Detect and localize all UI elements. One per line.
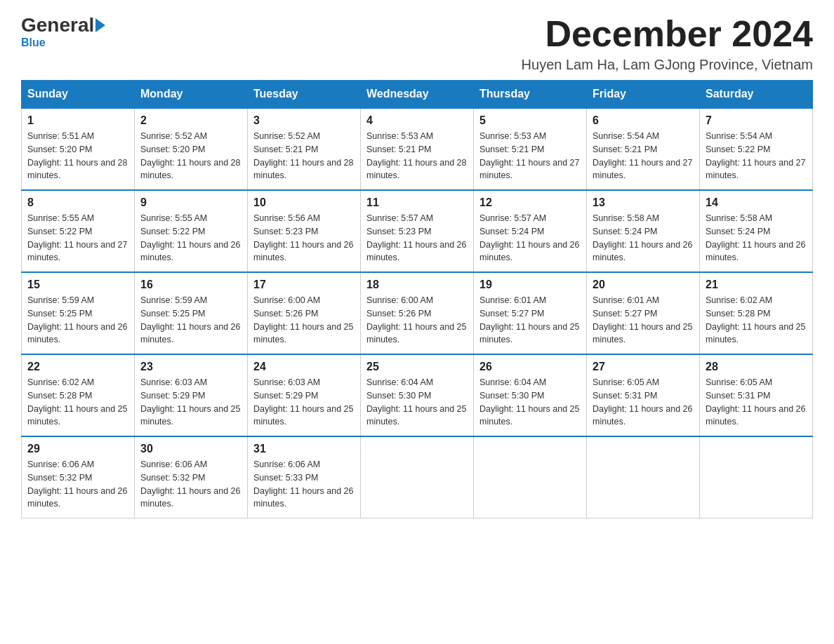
day-number: 17 xyxy=(253,279,355,291)
day-info: Sunrise: 5:52 AMSunset: 5:20 PMDaylight:… xyxy=(140,130,241,182)
day-info: Sunrise: 5:57 AMSunset: 5:23 PMDaylight:… xyxy=(366,212,468,264)
col-friday: Friday xyxy=(587,81,700,109)
day-number: 5 xyxy=(479,114,581,127)
day-number: 14 xyxy=(706,196,807,209)
table-row: 18Sunrise: 6:00 AMSunset: 5:26 PMDayligh… xyxy=(361,272,474,354)
day-number: 2 xyxy=(140,114,241,127)
day-number: 10 xyxy=(253,196,355,209)
table-row: 24Sunrise: 6:03 AMSunset: 5:29 PMDayligh… xyxy=(248,354,361,436)
day-info: Sunrise: 5:54 AMSunset: 5:22 PMDaylight:… xyxy=(706,130,807,182)
day-info: Sunrise: 6:03 AMSunset: 5:29 PMDaylight:… xyxy=(140,376,241,429)
logo: General Blue xyxy=(21,14,107,49)
day-info: Sunrise: 6:05 AMSunset: 5:31 PMDaylight:… xyxy=(593,376,694,429)
day-info: Sunrise: 5:55 AMSunset: 5:22 PMDaylight:… xyxy=(27,212,128,264)
table-row: 7Sunrise: 5:54 AMSunset: 5:22 PMDaylight… xyxy=(700,108,813,190)
table-row: 20Sunrise: 6:01 AMSunset: 5:27 PMDayligh… xyxy=(587,272,700,354)
day-info: Sunrise: 6:01 AMSunset: 5:27 PMDaylight:… xyxy=(593,294,694,347)
month-title: December 2024 xyxy=(522,14,813,54)
calendar-week-row: 8Sunrise: 5:55 AMSunset: 5:22 PMDaylight… xyxy=(22,190,813,272)
table-row: 28Sunrise: 6:05 AMSunset: 5:31 PMDayligh… xyxy=(700,354,813,436)
table-row xyxy=(700,436,813,518)
calendar-table: Sunday Monday Tuesday Wednesday Thursday… xyxy=(21,80,813,518)
table-row: 23Sunrise: 6:03 AMSunset: 5:29 PMDayligh… xyxy=(135,354,248,436)
day-info: Sunrise: 5:53 AMSunset: 5:21 PMDaylight:… xyxy=(479,130,581,182)
table-row: 22Sunrise: 6:02 AMSunset: 5:28 PMDayligh… xyxy=(22,354,135,436)
table-row: 6Sunrise: 5:54 AMSunset: 5:21 PMDaylight… xyxy=(587,108,700,190)
day-info: Sunrise: 6:02 AMSunset: 5:28 PMDaylight:… xyxy=(706,294,807,347)
calendar-week-row: 15Sunrise: 5:59 AMSunset: 5:25 PMDayligh… xyxy=(22,272,813,354)
day-info: Sunrise: 6:05 AMSunset: 5:31 PMDaylight:… xyxy=(706,376,807,429)
calendar-week-row: 22Sunrise: 6:02 AMSunset: 5:28 PMDayligh… xyxy=(22,354,813,436)
col-tuesday: Tuesday xyxy=(248,81,361,109)
logo-general-text: General xyxy=(21,14,94,36)
day-number: 3 xyxy=(253,114,355,127)
table-row: 2Sunrise: 5:52 AMSunset: 5:20 PMDaylight… xyxy=(135,108,248,190)
day-number: 8 xyxy=(27,196,128,209)
day-info: Sunrise: 5:54 AMSunset: 5:21 PMDaylight:… xyxy=(593,130,694,182)
table-row: 4Sunrise: 5:53 AMSunset: 5:21 PMDaylight… xyxy=(361,108,474,190)
day-info: Sunrise: 6:02 AMSunset: 5:28 PMDaylight:… xyxy=(27,376,128,429)
day-number: 30 xyxy=(140,443,241,455)
day-info: Sunrise: 5:52 AMSunset: 5:21 PMDaylight:… xyxy=(253,130,355,182)
day-info: Sunrise: 6:04 AMSunset: 5:30 PMDaylight:… xyxy=(366,376,468,429)
table-row: 8Sunrise: 5:55 AMSunset: 5:22 PMDaylight… xyxy=(22,190,135,272)
calendar-week-row: 1Sunrise: 5:51 AMSunset: 5:20 PMDaylight… xyxy=(22,108,813,190)
table-row: 26Sunrise: 6:04 AMSunset: 5:30 PMDayligh… xyxy=(474,354,587,436)
col-monday: Monday xyxy=(135,81,248,109)
day-info: Sunrise: 6:03 AMSunset: 5:29 PMDaylight:… xyxy=(253,376,355,429)
table-row: 14Sunrise: 5:58 AMSunset: 5:24 PMDayligh… xyxy=(700,190,813,272)
calendar-week-row: 29Sunrise: 6:06 AMSunset: 5:32 PMDayligh… xyxy=(22,436,813,518)
day-info: Sunrise: 6:00 AMSunset: 5:26 PMDaylight:… xyxy=(253,294,355,347)
day-info: Sunrise: 5:59 AMSunset: 5:25 PMDaylight:… xyxy=(140,294,241,347)
calendar-header-row: Sunday Monday Tuesday Wednesday Thursday… xyxy=(22,81,813,109)
day-number: 28 xyxy=(706,361,807,373)
table-row: 21Sunrise: 6:02 AMSunset: 5:28 PMDayligh… xyxy=(700,272,813,354)
col-thursday: Thursday xyxy=(474,81,587,109)
day-info: Sunrise: 6:06 AMSunset: 5:32 PMDaylight:… xyxy=(27,458,128,511)
day-number: 23 xyxy=(140,361,241,373)
day-number: 24 xyxy=(253,361,355,373)
col-sunday: Sunday xyxy=(22,81,135,109)
day-info: Sunrise: 6:06 AMSunset: 5:32 PMDaylight:… xyxy=(140,458,241,511)
day-number: 12 xyxy=(479,196,581,209)
day-info: Sunrise: 5:51 AMSunset: 5:20 PMDaylight:… xyxy=(27,130,128,182)
logo-arrow-icon xyxy=(95,18,105,32)
table-row xyxy=(361,436,474,518)
day-info: Sunrise: 6:04 AMSunset: 5:30 PMDaylight:… xyxy=(479,376,581,429)
table-row: 27Sunrise: 6:05 AMSunset: 5:31 PMDayligh… xyxy=(587,354,700,436)
table-row: 13Sunrise: 5:58 AMSunset: 5:24 PMDayligh… xyxy=(587,190,700,272)
table-row xyxy=(587,436,700,518)
day-info: Sunrise: 5:58 AMSunset: 5:24 PMDaylight:… xyxy=(706,212,807,264)
day-number: 29 xyxy=(27,443,128,455)
day-info: Sunrise: 5:59 AMSunset: 5:25 PMDaylight:… xyxy=(27,294,128,347)
day-number: 6 xyxy=(593,114,694,127)
table-row: 16Sunrise: 5:59 AMSunset: 5:25 PMDayligh… xyxy=(135,272,248,354)
table-row: 25Sunrise: 6:04 AMSunset: 5:30 PMDayligh… xyxy=(361,354,474,436)
day-info: Sunrise: 6:00 AMSunset: 5:26 PMDaylight:… xyxy=(366,294,468,347)
table-row xyxy=(474,436,587,518)
day-number: 18 xyxy=(366,279,468,291)
table-row: 29Sunrise: 6:06 AMSunset: 5:32 PMDayligh… xyxy=(22,436,135,518)
day-number: 1 xyxy=(27,114,128,127)
day-number: 27 xyxy=(593,361,694,373)
day-number: 20 xyxy=(593,279,694,291)
day-info: Sunrise: 6:01 AMSunset: 5:27 PMDaylight:… xyxy=(479,294,581,347)
table-row: 11Sunrise: 5:57 AMSunset: 5:23 PMDayligh… xyxy=(361,190,474,272)
table-row: 31Sunrise: 6:06 AMSunset: 5:33 PMDayligh… xyxy=(248,436,361,518)
day-number: 26 xyxy=(479,361,581,373)
day-number: 21 xyxy=(706,279,807,291)
day-number: 25 xyxy=(366,361,468,373)
day-number: 22 xyxy=(27,361,128,373)
logo-blue-text: Blue xyxy=(21,36,46,48)
day-number: 4 xyxy=(366,114,468,127)
day-number: 15 xyxy=(27,279,128,291)
day-info: Sunrise: 6:06 AMSunset: 5:33 PMDaylight:… xyxy=(253,458,355,511)
day-info: Sunrise: 5:57 AMSunset: 5:24 PMDaylight:… xyxy=(479,212,581,264)
day-number: 13 xyxy=(593,196,694,209)
table-row: 1Sunrise: 5:51 AMSunset: 5:20 PMDaylight… xyxy=(22,108,135,190)
table-row: 3Sunrise: 5:52 AMSunset: 5:21 PMDaylight… xyxy=(248,108,361,190)
table-row: 15Sunrise: 5:59 AMSunset: 5:25 PMDayligh… xyxy=(22,272,135,354)
day-number: 19 xyxy=(479,279,581,291)
day-number: 9 xyxy=(140,196,241,209)
day-number: 7 xyxy=(706,114,807,127)
